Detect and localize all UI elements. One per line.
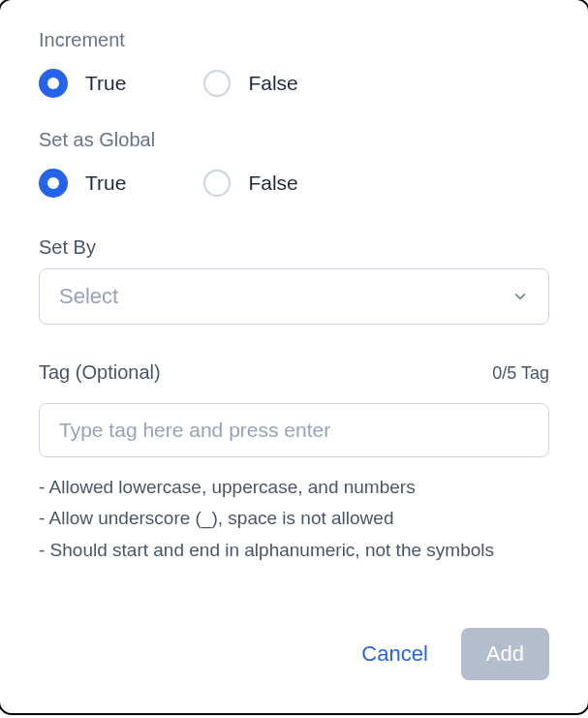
increment-true-option[interactable]: True [39, 69, 126, 98]
global-false-option[interactable]: False [203, 169, 297, 198]
increment-true-label: True [85, 72, 126, 95]
global-label: Set as Global [39, 129, 549, 151]
tag-label: Tag (Optional) [39, 361, 161, 384]
increment-label: Increment [39, 29, 549, 51]
global-true-label: True [85, 172, 126, 195]
add-button[interactable]: Add [461, 628, 549, 680]
global-true-option[interactable]: True [39, 169, 126, 198]
tag-hint-line: - Allowed lowercase, uppercase, and numb… [39, 473, 549, 502]
tag-input[interactable] [39, 403, 549, 457]
setby-placeholder: Select [59, 284, 118, 309]
radio-selected-icon [39, 69, 68, 98]
setby-label: Set By [39, 236, 549, 259]
form-panel: Increment True False Set as Global True [0, 0, 588, 713]
increment-false-option[interactable]: False [203, 69, 297, 98]
tag-count: 0/5 Tag [492, 363, 549, 384]
global-group: Set as Global True False [39, 129, 549, 198]
chevron-down-icon [511, 288, 529, 305]
setby-group: Set By Select [39, 236, 549, 325]
form-footer: Cancel Add [357, 628, 549, 680]
global-false-label: False [248, 172, 297, 195]
increment-false-label: False [248, 72, 297, 95]
tag-hint-line: - Should start and end in alphanumeric, … [39, 536, 549, 565]
cancel-button[interactable]: Cancel [357, 634, 431, 674]
setby-select[interactable]: Select [39, 268, 549, 325]
tag-hint-line: - Allow underscore (_), space is not all… [39, 504, 549, 533]
radio-unselected-icon [203, 70, 231, 97]
global-radio-row: True False [39, 169, 549, 198]
increment-radio-row: True False [39, 69, 549, 98]
tag-group: Tag (Optional) 0/5 Tag - Allowed lowerca… [39, 361, 549, 565]
tag-hints: - Allowed lowercase, uppercase, and numb… [39, 473, 549, 565]
increment-group: Increment True False [39, 29, 549, 98]
radio-unselected-icon [203, 170, 231, 197]
radio-selected-icon [39, 169, 68, 198]
